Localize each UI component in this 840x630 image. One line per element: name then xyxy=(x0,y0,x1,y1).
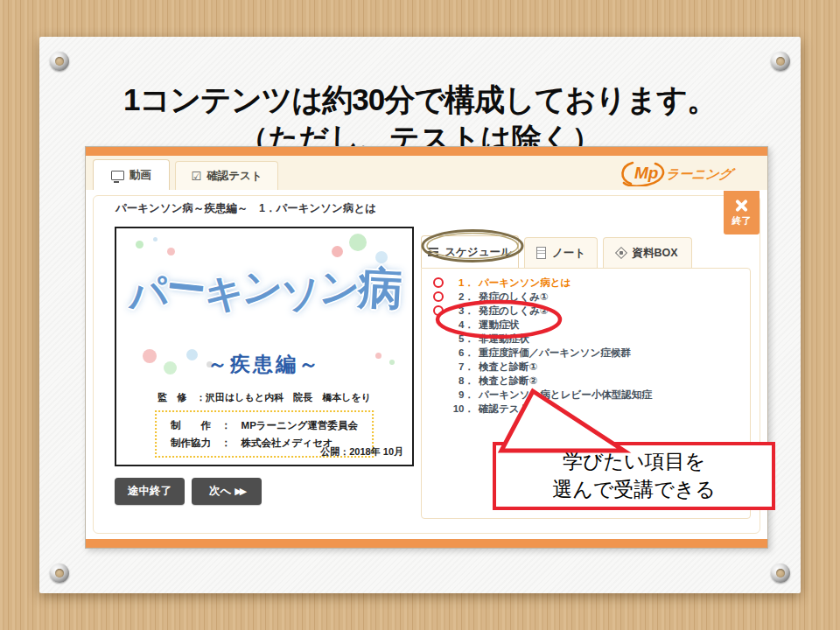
decorative-dot xyxy=(349,234,367,251)
grommet-bottom-right xyxy=(771,564,790,583)
viewed-circle-icon xyxy=(433,305,448,316)
tab-box-label: 資料BOX xyxy=(632,246,677,261)
exit-button[interactable]: 終了 xyxy=(724,191,760,234)
top-accent-bar xyxy=(86,147,767,156)
decorative-dot xyxy=(136,241,144,248)
tab-schedule-label: スケジュール xyxy=(444,245,511,260)
quit-button-label: 途中終了 xyxy=(128,484,172,499)
schedule-item-label: パーキンソン病とは xyxy=(479,276,570,290)
schedule-item-label: 発症のしくみ① xyxy=(479,290,549,304)
schedule-item[interactable]: 1． パーキンソン病とは xyxy=(433,276,750,290)
monitor-icon xyxy=(111,171,124,180)
tab-note[interactable]: ノート xyxy=(524,237,598,268)
grommet-bottom-left xyxy=(50,564,69,583)
schedule-item-number: 6． xyxy=(448,346,474,360)
schedule-item-number: 7． xyxy=(448,360,474,374)
viewed-circle-icon xyxy=(433,291,448,302)
close-icon xyxy=(735,199,748,212)
tab-video-label: 動画 xyxy=(130,168,151,183)
tab-confirmation-test[interactable]: ☑ 確認テスト xyxy=(175,161,278,191)
schedule-item-label: 運動症状 xyxy=(479,318,519,332)
schedule-item-label: 検査と診断① xyxy=(479,360,538,374)
schedule-item-number: 9． xyxy=(448,388,474,402)
thumb-release-date: 公開：2018年 10月 xyxy=(320,445,403,458)
grommet-top-left xyxy=(50,52,69,71)
schedule-item-number: 4． xyxy=(448,318,474,332)
schedule-item-number: 2． xyxy=(448,290,474,304)
slide-card: 1コンテンツは約30分で構成しております。 （ただし、テストは除く） 動画 ☑ … xyxy=(39,37,801,593)
schedule-item[interactable]: 3． 発症のしくみ② xyxy=(433,304,750,318)
schedule-item[interactable]: 7． 検査と診断① xyxy=(433,360,750,374)
schedule-item-number: 3． xyxy=(448,304,474,318)
schedule-item[interactable]: 5． 非運動症状 xyxy=(433,332,750,346)
thumb-title: パーキンソン病 xyxy=(116,260,412,320)
schedule-item-label: 重症度評価／パーキンソン症候群 xyxy=(479,346,631,360)
schedule-item-number: 10． xyxy=(448,402,474,416)
exit-button-label: 終了 xyxy=(732,214,752,228)
checkbox-icon: ☑ xyxy=(191,171,201,182)
grommet-top-right xyxy=(771,52,790,71)
next-button[interactable]: 次へ ▶▶ xyxy=(192,478,262,505)
next-button-label: 次へ xyxy=(209,484,231,499)
viewed-circle-icon xyxy=(433,277,448,288)
svg-text:ラーニング: ラーニング xyxy=(665,166,737,181)
bottom-accent-bar xyxy=(86,539,767,548)
schedule-item-label: 非運動症状 xyxy=(479,332,529,346)
mp-learning-logo: Mp ラーニング xyxy=(613,160,753,186)
tab-schedule[interactable]: スケジュール xyxy=(421,235,519,268)
diamond-icon xyxy=(615,247,627,259)
schedule-item[interactable]: 6． 重症度評価／パーキンソン症候群 xyxy=(433,346,750,360)
decorative-dot xyxy=(167,248,175,256)
thumb-subtitle: ～疾患編～ xyxy=(116,351,412,378)
schedule-item-label: 発症のしくみ② xyxy=(479,304,549,318)
schedule-item-number: 8． xyxy=(448,374,474,388)
video-player[interactable]: パーキンソン病 ～疾患編～ 監 修 ：沢田はしもと内科 院長 橋本しをり 制 作… xyxy=(115,227,414,466)
schedule-item-number: 1． xyxy=(448,276,474,290)
schedule-item[interactable]: 4． 運動症状 xyxy=(433,318,750,332)
tab-test-label: 確認テスト xyxy=(206,169,262,184)
next-arrows-icon: ▶▶ xyxy=(234,486,244,497)
schedule-item-number: 5． xyxy=(448,332,474,346)
tab-material-box[interactable]: 資料BOX xyxy=(603,237,692,268)
thumb-production: 制 作 ： MPラーニング運営委員会 xyxy=(171,416,358,434)
schedule-item[interactable]: 2． 発症のしくみ① xyxy=(433,290,750,304)
tab-note-label: ノート xyxy=(552,246,585,261)
tab-video[interactable]: 動画 xyxy=(93,159,170,191)
note-icon xyxy=(536,247,546,259)
list-icon xyxy=(428,248,438,256)
callout-line2: 選んで受講できる xyxy=(552,476,716,504)
svg-text:Mp: Mp xyxy=(634,164,658,182)
callout-pointer xyxy=(493,386,668,454)
main-tabstrip: 動画 ☑ 確認テスト Mp ラーニング xyxy=(86,156,767,191)
slide-background: { "slide": { "title_line1": "1コンテンツは約30分… xyxy=(0,0,840,630)
quit-button[interactable]: 途中終了 xyxy=(115,478,185,505)
decorative-dot xyxy=(153,237,158,242)
breadcrumb: パーキンソン病～疾患編～ 1．パーキンソン病とは xyxy=(116,201,376,216)
thumb-supervisor: 監 修 ：沢田はしもと内科 院長 橋本しをり xyxy=(116,391,412,404)
page-title-line1: 1コンテンツは約30分で構成しております。 xyxy=(88,80,752,119)
callout-annotation: 学びたい項目を 選んで受講できる xyxy=(493,386,780,517)
decorative-dot xyxy=(332,246,343,257)
